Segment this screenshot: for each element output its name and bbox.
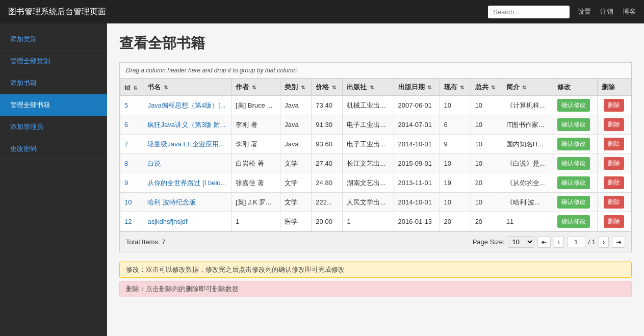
notes: 修改：双击可以修改数据，修改完之后点击修改列的确认修改即可完成修改 删除：点击删… bbox=[119, 262, 632, 297]
page-size-select[interactable]: 10 20 50 100 bbox=[508, 236, 534, 248]
col-publisher[interactable]: 出版社 ⇅ bbox=[343, 79, 394, 96]
cell-publisher: 湖南文艺出... bbox=[343, 173, 394, 193]
edit-button[interactable]: 确认修改 bbox=[557, 176, 590, 189]
cell-desc: 11 bbox=[502, 212, 553, 231]
cell-edit[interactable]: 确认修改 bbox=[553, 173, 597, 193]
edit-button[interactable]: 确认修改 bbox=[557, 157, 590, 170]
delete-button[interactable]: 删除 bbox=[604, 118, 624, 131]
table-row: 6 疯狂Java讲义（第3版 附... 李刚 著 Java 91.30 电子工业… bbox=[120, 115, 631, 135]
delete-button[interactable]: 删除 bbox=[604, 215, 624, 228]
cell-id: 6 bbox=[120, 115, 143, 135]
col-price[interactable]: 价格 ⇅ bbox=[312, 79, 343, 96]
cell-delete[interactable]: 删除 bbox=[598, 212, 631, 231]
pagination-area: Page Size: 10 20 50 100 ⇤ ‹ / 1 › ⇥ bbox=[473, 236, 625, 248]
cell-desc: IT图书作家... bbox=[502, 115, 553, 135]
cell-price: 27.40 bbox=[312, 154, 343, 173]
cell-edit[interactable]: 确认修改 bbox=[553, 135, 597, 154]
cell-edit[interactable]: 确认修改 bbox=[553, 154, 597, 173]
pager-last-button[interactable]: ⇥ bbox=[612, 237, 625, 248]
page-title: 查看全部书籍 bbox=[119, 34, 632, 53]
cell-price: 93.60 bbox=[312, 135, 343, 154]
table-row: 7 轻量级Java EE企业应用... 李刚 著 Java 93.60 电子工业… bbox=[120, 135, 631, 154]
pager-next-button[interactable]: › bbox=[599, 237, 609, 248]
edit-button[interactable]: 确认修改 bbox=[557, 99, 590, 112]
cell-delete[interactable]: 删除 bbox=[598, 115, 631, 135]
cell-total: 10 bbox=[471, 115, 502, 135]
pager-prev-button[interactable]: ‹ bbox=[554, 237, 564, 248]
cell-id: 12 bbox=[120, 212, 143, 231]
col-title[interactable]: 书名 ⇅ bbox=[143, 79, 231, 96]
cell-edit[interactable]: 确认修改 bbox=[553, 96, 597, 115]
cell-delete[interactable]: 删除 bbox=[598, 173, 631, 193]
sort-icon-pubdate: ⇅ bbox=[427, 85, 431, 90]
cell-title: 白说 bbox=[143, 154, 231, 173]
cell-current: 19 bbox=[440, 173, 471, 193]
delete-button[interactable]: 删除 bbox=[604, 176, 624, 189]
col-author[interactable]: 作者 ⇅ bbox=[231, 79, 280, 96]
cell-desc: 国内知名IT... bbox=[502, 135, 553, 154]
sidebar-manage-category[interactable]: 管理全部类别 bbox=[0, 50, 107, 72]
col-current[interactable]: 现有 ⇅ bbox=[440, 79, 471, 96]
edit-button[interactable]: 确认修改 bbox=[557, 138, 590, 150]
sort-icon-category: ⇅ bbox=[301, 85, 305, 90]
pager-page-input[interactable] bbox=[567, 237, 585, 247]
cell-desc: 《计算机科... bbox=[502, 96, 553, 115]
table-body: 5 Java编程思想（第4版）[... [美] Bruce ... Java 7… bbox=[120, 96, 631, 231]
sidebar-add-category[interactable]: 添加类别 bbox=[0, 29, 107, 50]
cell-desc: 《从你的全... bbox=[502, 173, 553, 193]
nav-blog[interactable]: 博客 bbox=[623, 7, 636, 16]
table-row: 9 从你的全世界路过 [I belo... 张嘉佳 著 文学 24.80 湖南文… bbox=[120, 173, 631, 193]
pager-first-button[interactable]: ⇤ bbox=[537, 237, 551, 248]
table-row: 10 哈利 波特纪念版 [英] J.K 罗... 文学 222... 人民文学出… bbox=[120, 193, 631, 212]
cell-category: 文学 bbox=[280, 193, 312, 212]
cell-delete[interactable]: 删除 bbox=[598, 193, 631, 212]
cell-pubdate: 2015-09-01 bbox=[394, 154, 440, 173]
delete-button[interactable]: 删除 bbox=[604, 99, 624, 112]
cell-category: Java bbox=[280, 96, 312, 115]
layout: 添加类别 管理全部类别 添加书籍 管理全部书籍 添加管理员 更改密码 查看全部书… bbox=[0, 23, 644, 336]
table-row: 5 Java编程思想（第4版）[... [美] Bruce ... Java 7… bbox=[120, 96, 631, 115]
cell-edit[interactable]: 确认修改 bbox=[553, 193, 597, 212]
cell-edit[interactable]: 确认修改 bbox=[553, 212, 597, 231]
cell-title: 从你的全世界路过 [I belo... bbox=[143, 173, 231, 193]
cell-edit[interactable]: 确认修改 bbox=[553, 115, 597, 135]
col-total[interactable]: 总共 ⇅ bbox=[471, 79, 502, 96]
cell-delete[interactable]: 删除 bbox=[598, 135, 631, 154]
cell-current: 6 bbox=[440, 115, 471, 135]
delete-button[interactable]: 删除 bbox=[604, 157, 624, 170]
delete-button[interactable]: 删除 bbox=[604, 138, 624, 150]
cell-total: 10 bbox=[471, 193, 502, 212]
sidebar-manage-books[interactable]: 管理全部书籍 bbox=[0, 94, 107, 116]
edit-button[interactable]: 确认修改 bbox=[557, 118, 590, 131]
col-pubdate[interactable]: 出版日期 ⇅ bbox=[394, 79, 440, 96]
col-category[interactable]: 类别 ⇅ bbox=[280, 79, 312, 96]
cell-pubdate: 2014-07-01 bbox=[394, 115, 440, 135]
cell-total: 20 bbox=[471, 212, 502, 231]
cell-title: 疯狂Java讲义（第3版 附... bbox=[143, 115, 231, 135]
col-id[interactable]: id ⇅ bbox=[120, 79, 143, 96]
cell-current: 9 bbox=[440, 135, 471, 154]
cell-delete[interactable]: 删除 bbox=[598, 154, 631, 173]
cell-price: 20.00 bbox=[312, 212, 343, 231]
nav-logout[interactable]: 注销 bbox=[600, 7, 613, 16]
cell-delete[interactable]: 删除 bbox=[598, 96, 631, 115]
pager-total: / 1 bbox=[588, 238, 596, 246]
col-edit: 修改 bbox=[553, 79, 597, 96]
page-size-label: Page Size: bbox=[473, 238, 505, 246]
header-nav: 设置 注销 博客 bbox=[578, 7, 636, 16]
edit-button[interactable]: 确认修改 bbox=[557, 215, 590, 228]
sidebar-add-book[interactable]: 添加书籍 bbox=[0, 72, 107, 94]
sidebar-add-admin[interactable]: 添加管理员 bbox=[0, 116, 107, 138]
cell-total: 10 bbox=[471, 135, 502, 154]
sort-icon-price: ⇅ bbox=[332, 85, 336, 90]
cell-title: Java编程思想（第4版）[... bbox=[143, 96, 231, 115]
cell-id: 8 bbox=[120, 154, 143, 173]
sidebar-change-password[interactable]: 更改密码 bbox=[0, 138, 107, 160]
delete-button[interactable]: 删除 bbox=[604, 196, 624, 209]
col-desc[interactable]: 简介 ⇅ bbox=[502, 79, 553, 96]
nav-settings[interactable]: 设置 bbox=[578, 7, 591, 16]
sort-icon-id: ⇅ bbox=[133, 85, 137, 91]
cell-category: Java bbox=[280, 135, 312, 154]
edit-button[interactable]: 确认修改 bbox=[557, 196, 590, 209]
search-input[interactable] bbox=[488, 6, 570, 18]
